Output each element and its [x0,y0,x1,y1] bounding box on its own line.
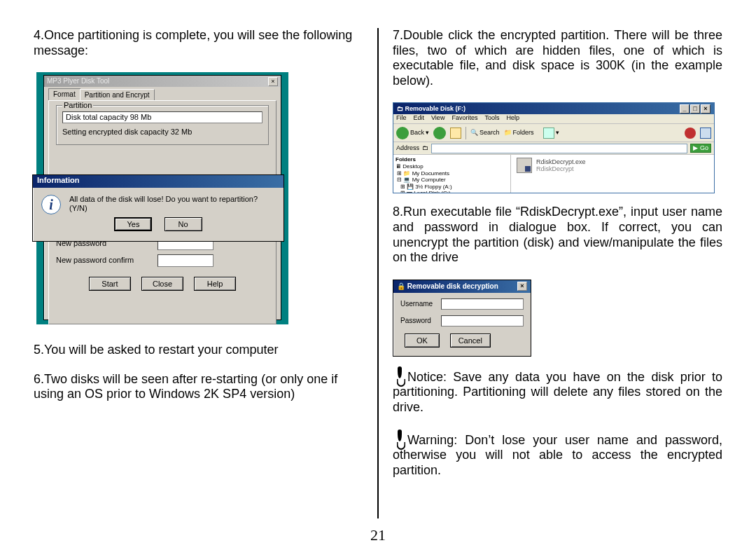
partition-legend: Partition [62,101,93,110]
start-button[interactable]: Start [89,277,131,291]
encrypted-capacity-label: Setting encrypted disk capacity 32 Mb [62,128,262,137]
close-icon[interactable]: × [517,282,527,291]
warning-text: Warning: Don’t lose your user name and p… [393,429,722,479]
menu-file[interactable]: File [396,114,407,123]
ok-button[interactable]: OK [405,334,440,348]
right-column: 7.Double click the encrypted partition. … [379,28,722,518]
explorer-addressbar: Address 🗀 ▶ Go [393,142,714,155]
folders-button[interactable]: 📁 Folders [504,129,534,137]
address-icon: 🗀 [422,144,428,152]
exclamation-icon [393,366,405,385]
input-username[interactable] [441,298,524,310]
nav-prev-icon[interactable] [685,128,696,139]
close-icon[interactable]: × [268,77,278,86]
info-titlebar: Information [33,175,284,188]
close-button[interactable]: Close [141,277,183,291]
info-message: All data of the disk will lose! Do you w… [69,195,275,213]
row-password: Password [400,315,524,326]
row-username: Username [400,298,524,310]
left-column: 4.Once partitioning is complete, you wil… [34,28,377,518]
search-button[interactable]: 🔍 Search [470,129,500,137]
explorer-titlebar: 🗀 Removable Disk (F:) _ □ × [393,103,714,114]
nav-next-icon[interactable] [700,128,711,139]
info-icon: i [41,195,61,214]
up-button[interactable] [450,128,461,139]
information-popup: Information i All data of the disk will … [32,174,284,242]
tool-button-row: Start Close Help [56,277,269,291]
tree-localc[interactable]: ⊞ 🖴 Local Disk (C:) [396,190,508,193]
tree-mydocs[interactable]: ⊞ 📁 My Documents [396,170,508,177]
menu-view[interactable]: View [431,114,444,123]
folder-tree[interactable]: Folders 🖥 Desktop ⊞ 📁 My Documents ⊟ 💻 M… [393,155,511,193]
input-new-password-confirm[interactable] [158,254,214,267]
decrypt-titlebar: 🔒 Removable disk decryption × [393,280,531,293]
explorer-body: Folders 🖥 Desktop ⊞ 📁 My Documents ⊟ 💻 M… [393,155,714,193]
yes-button[interactable]: Yes [114,217,152,231]
screenshot-decrypt-dialog: 🔒 Removable disk decryption × Username P… [393,280,531,357]
views-button[interactable]: ▾ [543,128,559,139]
step-6-text: 6.Two disks will be seen after re-starti… [34,372,363,402]
address-label: Address [396,144,419,152]
help-button[interactable]: Help [194,277,236,291]
file-name: RdiskDecrypt.exe [536,158,586,165]
tool-title-text: MP3 Plyer Disk Tool [47,77,109,85]
step-4-text: 4.Once partitioning is complete, you wil… [34,28,363,58]
partition-fieldset: Partition Disk total capacity 98 Mb Sett… [56,105,269,144]
page-number: 21 [0,526,756,544]
info-body: i All data of the disk will lose! Do you… [33,188,284,216]
tree-desktop[interactable]: 🖥 Desktop [396,163,508,170]
step-5-text: 5.You will be asked to restart your comp… [34,343,363,358]
tab-format[interactable]: Format [48,88,80,100]
address-field[interactable] [431,144,687,153]
file-labels: RdiskDecrypt.exe RdiskDecrypt [536,158,586,174]
screenshot-explorer: 🗀 Removable Disk (F:) _ □ × File Edit Vi… [393,102,715,193]
decrypt-title-text: 🔒 Removable disk decryption [397,282,498,291]
label-password: Password [400,317,441,325]
explorer-toolbar: Back ▾ 🔍 Search 📁 Folders ▾ [393,124,714,142]
tree-mycomp[interactable]: ⊟ 💻 My Computer [396,177,508,184]
maximize-icon[interactable]: □ [690,104,700,114]
label-username: Username [400,300,441,308]
cancel-button[interactable]: Cancel [450,334,491,348]
input-password[interactable] [441,315,524,326]
file-rdiskdecrypt[interactable]: RdiskDecrypt.exe RdiskDecrypt [517,158,708,173]
file-desc: RdiskDecrypt [536,165,574,172]
back-button[interactable]: Back ▾ [396,127,429,139]
folders-header: Folders [396,156,508,163]
menu-help[interactable]: Help [506,114,519,123]
window-buttons: _ □ × [680,104,710,114]
go-button[interactable]: ▶ Go [690,144,711,153]
explorer-content: RdiskDecrypt.exe RdiskDecrypt [511,155,714,193]
row-new-password-confirm: New password confirm [56,254,269,267]
disk-total-capacity: Disk total capacity 98 Mb [62,111,262,123]
tab-partition-encrypt[interactable]: Partition and Encrypt [80,89,155,101]
minimize-icon[interactable]: _ [680,104,690,114]
step-7-text: 7.Double click the encrypted partition. … [393,28,722,88]
screenshot-partition-tool: MP3 Plyer Disk Tool × FormatPartition an… [36,72,288,324]
menu-favorites[interactable]: Favorites [451,114,477,123]
decrypt-button-row: OK Cancel [400,332,524,348]
notice-text: Notice: Save any data you have on the di… [393,366,722,415]
close-icon[interactable]: × [701,104,710,114]
decrypt-body: Username Password OK Cancel [393,293,531,350]
step-8-text: 8.Run executable file “RdiskDecrypt.exe”… [393,205,722,265]
exe-icon [517,158,532,173]
exclamation-icon [393,429,405,448]
manual-page: 4.Once partitioning is complete, you wil… [0,0,756,550]
tree-floppy[interactable]: ⊞ 💾 3½ Floppy (A:) [396,184,508,191]
explorer-title-text: 🗀 Removable Disk (F:) [397,105,465,113]
menu-edit[interactable]: Edit [414,114,425,123]
label-new-password-confirm: New password confirm [56,256,158,265]
two-column-layout: 4.Once partitioning is complete, you wil… [34,28,722,518]
no-button[interactable]: No [164,217,202,231]
tab-strip: FormatPartition and Encrypt [44,87,281,100]
menu-tools[interactable]: Tools [484,114,499,123]
tool-titlebar: MP3 Plyer Disk Tool × [44,76,281,87]
info-button-row: Yes No [33,216,284,235]
forward-button[interactable] [433,127,446,139]
explorer-menubar: File Edit View Favorites Tools Help [393,114,714,124]
